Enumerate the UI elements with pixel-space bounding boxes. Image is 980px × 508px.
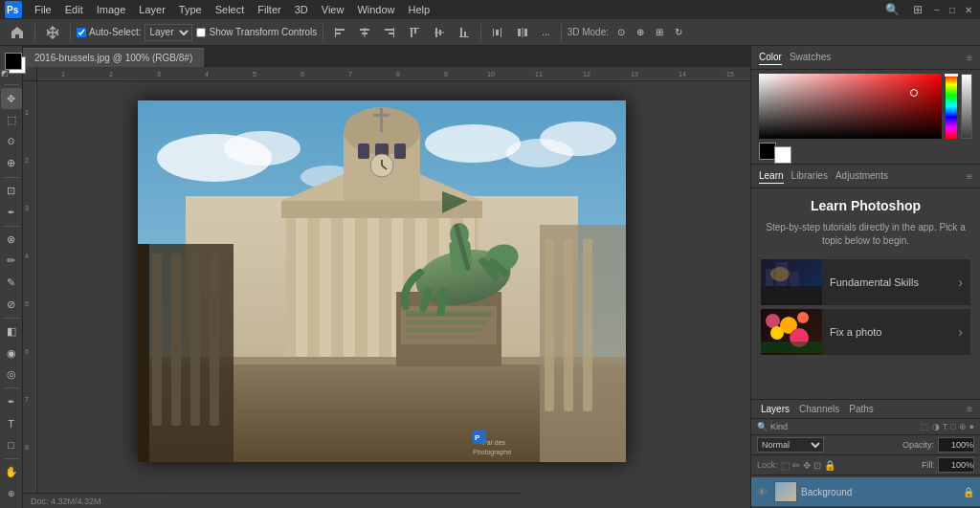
color-panel-tab[interactable]: Color (759, 50, 782, 65)
distribute-center-button[interactable] (512, 25, 533, 40)
document-tab[interactable]: 2016-brussels.jpg @ 100% (RGB/8#) (23, 48, 205, 67)
align-bottom-button[interactable] (454, 25, 475, 40)
adjustments-tab[interactable]: Adjustments (835, 168, 888, 184)
paths-tab[interactable]: Paths (847, 403, 876, 415)
document-canvas[interactable]: Par des Photographe P (138, 100, 626, 462)
healing-tool[interactable]: ⊗ (1, 230, 22, 251)
menu-item-file[interactable]: File (29, 2, 57, 17)
threed-rotate-icon[interactable]: ↻ (670, 25, 687, 39)
search-icon[interactable]: 🔍 (880, 3, 905, 16)
minimize-icon[interactable]: − (930, 5, 944, 15)
channels-tab[interactable]: Channels (797, 403, 841, 415)
lasso-tool[interactable]: ʘ (1, 131, 22, 152)
layer-visibility-icon[interactable]: 👁 (757, 486, 770, 497)
filter-adjustment-icon[interactable]: ◑ (932, 422, 940, 431)
more-options-button[interactable]: ... (537, 25, 554, 39)
crop-tool[interactable]: ⊡ (1, 181, 22, 202)
auto-select-dropdown[interactable]: Layer Group (145, 24, 192, 41)
menu-item-image[interactable]: Image (91, 2, 132, 17)
filter-shape-icon[interactable]: □ (950, 422, 955, 431)
options-toolbar: Auto-Select: Layer Group Show Transform … (0, 19, 980, 46)
filter-type-icon[interactable]: T (943, 422, 948, 431)
menu-item-3d[interactable]: 3D (289, 2, 314, 17)
filter-smart-icon[interactable]: ⊕ (959, 422, 967, 431)
quick-select-tool[interactable]: ⊕ (1, 153, 22, 174)
learn-tab[interactable]: Learn (759, 168, 784, 184)
blend-mode-select[interactable]: Normal (757, 437, 824, 453)
menu-item-layer[interactable]: Layer (133, 2, 171, 17)
foreground-color-swatch[interactable] (5, 53, 22, 70)
workspace-icon[interactable]: ⊞ (907, 3, 928, 16)
fundamental-skills-card[interactable]: Fundamental Skills › (761, 259, 970, 305)
marquee-tool[interactable]: ⬚ (1, 110, 22, 131)
close-icon[interactable]: ✕ (961, 5, 976, 15)
opacity-input[interactable] (938, 437, 974, 453)
threed-orbit-icon[interactable]: ⊙ (612, 25, 630, 39)
fix-photo-card[interactable]: Fix a photo › (761, 309, 970, 355)
fill-input[interactable] (938, 457, 974, 473)
threed-pan-icon[interactable]: ⊕ (632, 25, 649, 39)
lock-all-icon[interactable]: 🔒 (824, 460, 835, 471)
move-tool[interactable]: ✥ (1, 88, 22, 109)
menu-item-window[interactable]: Window (351, 2, 400, 17)
panel-menu-icon[interactable]: ≡ (967, 53, 972, 63)
fundamental-skills-thumb (761, 259, 822, 305)
lock-artboard-icon[interactable]: ⊡ (813, 460, 821, 471)
brush-tool[interactable]: ✏ (1, 251, 22, 272)
svg-rect-22 (501, 28, 501, 37)
kind-label: Kind (770, 422, 788, 431)
eraser-tool[interactable]: ⊘ (1, 294, 22, 315)
menu-item-help[interactable]: Help (403, 2, 436, 17)
dodge-tool[interactable]: ◎ (1, 364, 22, 386)
threed-zoom-icon[interactable]: ⊞ (651, 25, 668, 39)
auto-select-checkbox[interactable]: Auto-Select: (77, 27, 141, 37)
fundamental-skills-label: Fundamental Skills (822, 276, 958, 288)
menu-item-filter[interactable]: Filter (252, 2, 286, 17)
svg-rect-75 (358, 144, 369, 159)
menu-item-edit[interactable]: Edit (59, 2, 89, 17)
canvas-working-area[interactable]: Par des Photographe P (37, 81, 750, 493)
fix-photo-label: Fix a photo (822, 326, 958, 338)
menu-item-select[interactable]: Select (210, 2, 251, 17)
menu-item-type[interactable]: Type (173, 2, 208, 17)
status-text: Doc: 4.32M/4.32M (31, 497, 101, 506)
text-tool[interactable]: T (1, 413, 22, 434)
show-transform-checkbox[interactable]: Show Transform Controls (196, 27, 317, 37)
pen-tool[interactable]: ✒ (1, 391, 22, 412)
align-right-button[interactable] (379, 25, 400, 40)
filter-active-icon[interactable]: ● (969, 422, 974, 431)
hand-tool[interactable]: ✋ (1, 462, 22, 483)
align-top-button[interactable] (404, 25, 425, 40)
shape-tool[interactable]: □ (1, 435, 22, 456)
align-center-button[interactable] (354, 25, 375, 40)
home-icon[interactable] (6, 24, 29, 41)
layers-panel-menu-icon[interactable]: ≡ (967, 404, 972, 414)
fg-bg-color-swatch[interactable]: ⇅ ◩ (1, 50, 22, 77)
fill-label: Fill: (922, 460, 935, 470)
lock-transparent-icon[interactable]: ⬚ (781, 460, 790, 471)
gradient-tool[interactable]: ◧ (1, 321, 22, 342)
reset-colors-icon[interactable]: ◩ (1, 69, 9, 77)
lock-position-icon[interactable]: ✥ (803, 460, 811, 471)
zoom-tool[interactable]: ⊕ (1, 484, 22, 505)
blur-tool[interactable]: ◉ (1, 342, 22, 364)
distribute-left-button[interactable] (487, 25, 508, 40)
panel-menu-icon-2[interactable]: ≡ (967, 171, 972, 182)
swatches-panel-tab[interactable]: Swatches (790, 50, 831, 65)
libraries-tab[interactable]: Libraries (791, 168, 828, 184)
opacity-slider[interactable] (961, 74, 972, 139)
filter-pixel-icon[interactable]: ⬚ (921, 422, 929, 431)
hue-slider[interactable] (946, 74, 957, 139)
align-left-button[interactable] (329, 25, 350, 40)
background-swatch-large[interactable] (774, 146, 791, 164)
ruler-vertical: 1 2 3 4 5 6 7 8 (23, 81, 37, 493)
lock-brush-icon[interactable]: ✏ (792, 460, 800, 471)
layer-row-background[interactable]: 👁 Background 🔒 (751, 477, 980, 506)
align-middle-button[interactable] (429, 25, 450, 40)
maximize-icon[interactable]: □ (946, 5, 959, 15)
eyedropper-tool[interactable]: ✒ (1, 202, 22, 223)
layers-tab[interactable]: Layers (759, 403, 791, 415)
menu-item-view[interactable]: View (316, 2, 350, 17)
color-spectrum[interactable] (759, 74, 942, 139)
clone-tool[interactable]: ✎ (1, 273, 22, 294)
